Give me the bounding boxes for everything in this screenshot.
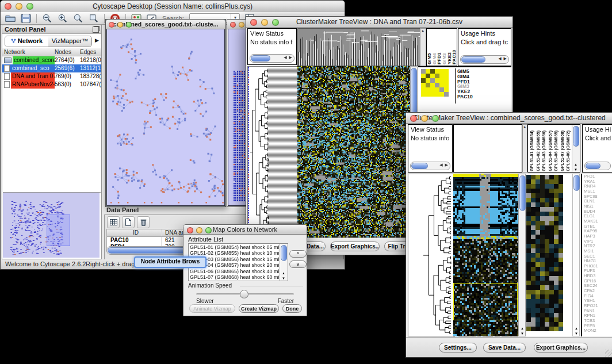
matrix-cell[interactable] bbox=[439, 87, 444, 92]
save-data-button[interactable]: Save Data... bbox=[483, 343, 526, 352]
matrix-cell[interactable] bbox=[444, 83, 449, 87]
heatmap-vscrollbar[interactable]: ▲ ▼ bbox=[518, 174, 526, 336]
labels-vscrollbar[interactable]: ▲ ▼ bbox=[572, 125, 580, 172]
column-label[interactable]: GPL51-01 (GSM854) bbox=[529, 125, 536, 171]
matrix-row-label[interactable]: PAC10 bbox=[457, 94, 492, 99]
scroll-arrows[interactable]: ◀ ▶ bbox=[284, 55, 293, 60]
similarity-matrix[interactable] bbox=[421, 69, 449, 97]
minimize-button[interactable] bbox=[421, 115, 428, 122]
column-label[interactable]: GPL51-02 (GSM855) bbox=[536, 125, 542, 171]
resize-grip[interactable] bbox=[605, 350, 612, 357]
matrix-cell[interactable] bbox=[439, 83, 444, 87]
matrix-cell[interactable] bbox=[421, 92, 426, 97]
scroll-down-arrow[interactable]: ▼ bbox=[521, 332, 524, 335]
matrix-cell[interactable] bbox=[426, 78, 430, 83]
scroll-thumb[interactable] bbox=[251, 55, 270, 62]
matrix-cell[interactable] bbox=[426, 87, 430, 92]
create-vizmap-button[interactable]: Create Vizmap bbox=[239, 304, 279, 313]
network-overview-pane[interactable] bbox=[3, 192, 101, 258]
scroll-down-arrow[interactable]: ▼ bbox=[574, 168, 577, 171]
gene-label[interactable]: MON2 bbox=[584, 328, 612, 334]
zoom-selected-icon[interactable] bbox=[89, 14, 99, 23]
settings-button[interactable]: Settings... bbox=[439, 343, 477, 352]
minimize-button[interactable] bbox=[239, 22, 244, 28]
matrix-cell[interactable] bbox=[421, 74, 426, 78]
attribute-list-item[interactable]: GPL51-07 (GSM868) heat shock 60 min bbox=[190, 274, 280, 280]
matrix-cell[interactable] bbox=[439, 78, 444, 83]
matrix-cell[interactable] bbox=[439, 92, 444, 97]
zoom-button[interactable] bbox=[26, 3, 33, 10]
network-canvas[interactable] bbox=[107, 29, 224, 205]
view-status-hscrollbar[interactable]: ◀ ▶ bbox=[250, 54, 294, 63]
expression-heatmap[interactable] bbox=[453, 174, 518, 336]
matrix-cell[interactable] bbox=[430, 92, 435, 97]
column-label[interactable]: PAC10 bbox=[452, 30, 457, 64]
column-label[interactable]: GPL51-06 (GSM865) bbox=[553, 125, 560, 171]
done-button[interactable]: Done bbox=[282, 304, 302, 313]
matrix-cell[interactable] bbox=[435, 74, 439, 78]
float-panel-icon[interactable] bbox=[93, 26, 99, 33]
expression-heatmap[interactable] bbox=[297, 66, 410, 237]
network-table-row[interactable]: DNA and Tran 07 769(0) 183728(0) bbox=[2, 72, 101, 81]
matrix-cell[interactable] bbox=[435, 69, 439, 74]
scroll-down-arrow[interactable]: ▼ bbox=[282, 277, 285, 280]
close-button[interactable] bbox=[109, 22, 114, 28]
matrix-cell[interactable] bbox=[439, 69, 444, 74]
zoom-fit-icon[interactable] bbox=[73, 14, 83, 23]
splitter-strip[interactable]: ▸ bbox=[420, 28, 426, 66]
scroll-up-arrow[interactable]: ▲ bbox=[521, 327, 524, 330]
treeview1-titlebar[interactable]: ClusterMaker TreeView : DNA and Tran 07-… bbox=[246, 17, 512, 28]
zoom-out-icon[interactable] bbox=[42, 14, 52, 23]
scroll-up-arrow[interactable]: ▲ bbox=[282, 271, 285, 275]
row-dendrogram[interactable] bbox=[408, 174, 454, 336]
minimize-button[interactable] bbox=[16, 3, 22, 10]
scroll-thumb[interactable] bbox=[573, 126, 579, 147]
scroll-thumb[interactable] bbox=[519, 175, 526, 211]
select-attributes-icon[interactable] bbox=[107, 216, 120, 228]
zoom-button[interactable] bbox=[126, 22, 132, 28]
network-table-row[interactable]: RNAPuberNov2+| 563(0) 107847(0) bbox=[2, 81, 101, 89]
network-view-titlebar[interactable]: combined_scores_good.txt--cluste... bbox=[106, 20, 225, 29]
column-dendrogram[interactable] bbox=[297, 28, 420, 66]
col-edges[interactable]: Edges bbox=[80, 48, 101, 56]
matrix-cell[interactable] bbox=[435, 92, 439, 97]
network-table-row[interactable]: combined_sco 2569(6) 13112(15) bbox=[2, 64, 101, 72]
usage-hints-hscrollbar[interactable]: ◀ ▶ bbox=[460, 55, 509, 64]
matrix-cell[interactable] bbox=[430, 87, 435, 92]
move-up-button[interactable]: ^ bbox=[289, 250, 307, 258]
treeview2-titlebar[interactable]: ClusterMaker TreeView : combined_scores_… bbox=[406, 113, 612, 124]
cluster-heatmap[interactable] bbox=[526, 175, 564, 335]
attribute-list-item[interactable]: GPL51-01 (GSM854) heat shock 05 min bbox=[190, 244, 280, 250]
column-label[interactable]: GIM3 bbox=[442, 30, 447, 64]
close-button[interactable] bbox=[230, 22, 236, 28]
matrix-cell[interactable] bbox=[435, 83, 439, 87]
matrix-cell[interactable] bbox=[430, 78, 435, 83]
splitter-strip[interactable]: ▸ bbox=[522, 124, 527, 173]
zoom-button[interactable] bbox=[432, 115, 439, 122]
speed-slider-thumb[interactable] bbox=[240, 290, 248, 298]
column-label[interactable]: GPL51-08 (GSM872) bbox=[565, 125, 572, 171]
scroll-arrows[interactable]: ◀ ▶ bbox=[498, 56, 507, 61]
matrix-cell[interactable] bbox=[430, 74, 435, 78]
row-dendrogram[interactable] bbox=[247, 66, 298, 237]
network-table-row[interactable]: combined_scores 2764(0) 16218(0) bbox=[2, 56, 101, 64]
close-button[interactable] bbox=[187, 227, 193, 233]
close-button[interactable] bbox=[410, 115, 417, 122]
attribute-list-item[interactable]: GPL51-02 (GSM855) heat shock 10 min bbox=[190, 250, 280, 256]
column-label[interactable]: PFD1 bbox=[437, 30, 442, 64]
matrix-cell[interactable] bbox=[426, 74, 430, 78]
cytoscape-titlebar[interactable]: Cytoscape Desktop (Session Name: collins… bbox=[1, 1, 345, 13]
matrix-cell[interactable] bbox=[435, 87, 439, 92]
node-attribute-browser-tab[interactable]: Node Attribute Brows bbox=[134, 256, 206, 268]
new-attribute-icon[interactable] bbox=[122, 216, 135, 228]
col-id[interactable]: ID bbox=[107, 229, 162, 236]
scroll-arrows[interactable]: ◀ ▶ bbox=[439, 163, 449, 167]
save-icon[interactable] bbox=[21, 14, 31, 23]
tab-overflow-arrow[interactable]: ▶ bbox=[95, 37, 99, 43]
zoom-in-icon[interactable] bbox=[58, 14, 68, 23]
attribute-list-vscrollbar[interactable]: ▲ ▼ bbox=[280, 244, 288, 281]
matrix-cell[interactable] bbox=[439, 74, 444, 78]
export-graphics-button[interactable]: Export Graphics... bbox=[534, 343, 588, 352]
matrix-cell[interactable] bbox=[426, 69, 430, 74]
matrix-cell[interactable] bbox=[444, 87, 449, 92]
